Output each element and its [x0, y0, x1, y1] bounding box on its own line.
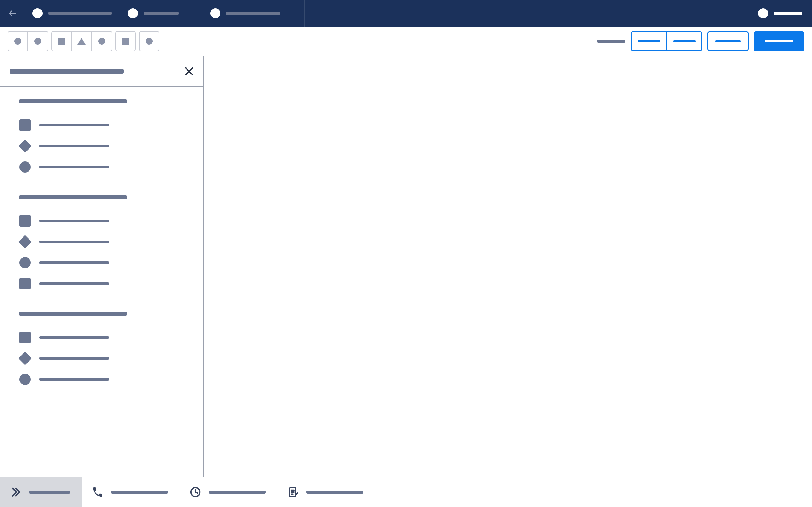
bottombar-tab-history[interactable]: History	[180, 477, 277, 507]
diamond-icon	[19, 352, 31, 364]
bottombar-tab-label	[111, 491, 168, 494]
circle-icon	[19, 257, 31, 269]
bottombar: ExpandCallHistoryNotes	[0, 476, 812, 507]
square-icon	[19, 215, 31, 227]
segmented-control: Opt A Opt B	[630, 32, 702, 51]
chevrons-right-icon	[9, 486, 22, 498]
button-label	[765, 40, 793, 43]
tool-group-b	[51, 31, 112, 51]
tool-circle-2[interactable]	[28, 31, 48, 51]
notes-icon	[287, 486, 299, 498]
tool-group-d	[139, 31, 159, 51]
tool-circle-3[interactable]	[92, 31, 112, 51]
topbar-user[interactable]: User	[751, 0, 812, 26]
square-icon	[19, 119, 31, 131]
sidebar-item[interactable]: Item 1	[19, 327, 190, 348]
sidebar-title	[9, 69, 124, 73]
tool-square-2[interactable]	[115, 31, 136, 51]
sidebar-item[interactable]: Item 1	[19, 115, 190, 135]
arrow-left-icon	[8, 9, 17, 18]
toolbar: Link Opt A Opt B Action Primary	[0, 26, 812, 56]
tool-triangle-1[interactable]	[72, 31, 92, 51]
sidebar-item-label	[39, 336, 109, 339]
sidebar-item[interactable]: Item 2	[19, 231, 190, 252]
segment-right[interactable]: Opt B	[666, 32, 701, 50]
circle-icon	[146, 38, 153, 45]
topbar-tabs: Tab 1 Tab 2 Tab 3	[26, 0, 751, 26]
square-icon	[19, 278, 31, 290]
diamond-icon	[19, 236, 31, 248]
tab-indicator-icon	[32, 8, 43, 18]
button-label	[715, 40, 741, 43]
bottombar-tab-notes[interactable]: Notes	[277, 477, 375, 507]
sidebar-item[interactable]: Item 4	[19, 273, 190, 294]
tab-label	[48, 12, 112, 15]
sidebar-item-label	[39, 262, 109, 264]
sidebar-item[interactable]: Item 3	[19, 252, 190, 273]
bottombar-tab-label	[29, 491, 70, 494]
topbar: Back Tab 1 Tab 2 Tab 3 User	[0, 0, 812, 26]
sidebar-item-label	[39, 145, 109, 147]
sidebar-item-label	[39, 166, 109, 168]
square-icon	[58, 38, 65, 45]
square-icon	[19, 331, 31, 343]
sidebar-section: Section 2Item 1Item 2Item 3Item 4	[19, 195, 190, 294]
close-button[interactable]	[183, 66, 195, 77]
avatar	[758, 8, 768, 18]
sidebar-item-label	[39, 124, 109, 126]
primary-button[interactable]: Primary	[754, 32, 804, 51]
tool-group-c	[115, 31, 136, 51]
sidebar-item[interactable]: Item 3	[19, 369, 190, 390]
tool-group-a	[8, 31, 48, 51]
bottombar-tab-label	[306, 491, 363, 494]
outline-button[interactable]: Action	[707, 32, 749, 51]
circle-icon	[14, 38, 21, 45]
segment-label	[673, 40, 696, 43]
topbar-tab-1[interactable]: Tab 1	[26, 0, 121, 26]
segment-left[interactable]: Opt A	[631, 32, 666, 50]
circle-icon	[34, 38, 41, 45]
circle-icon	[19, 373, 31, 385]
back-button[interactable]: Back	[0, 0, 26, 26]
segment-label	[638, 40, 660, 43]
topbar-tab-3[interactable]: Tab 3	[203, 0, 305, 26]
section-heading	[19, 100, 127, 103]
triangle-icon	[78, 38, 86, 45]
section-heading	[19, 195, 127, 199]
sidebar-item-label	[39, 282, 109, 285]
sidebar-item-label	[39, 240, 109, 243]
bottombar-tab-call[interactable]: Call	[82, 477, 180, 507]
tab-label	[144, 12, 179, 15]
tool-circle-4[interactable]	[139, 31, 159, 51]
tab-label	[226, 12, 280, 15]
sidebar-item[interactable]: Item 3	[19, 157, 190, 177]
clock-icon	[189, 486, 202, 498]
workspace: Panel title Close Section 1Item 1Item 2I…	[0, 56, 812, 476]
tab-indicator-icon	[210, 8, 220, 18]
diamond-icon	[19, 140, 31, 152]
bottombar-tab-label	[209, 491, 266, 494]
sidebar-item[interactable]: Item 2	[19, 348, 190, 369]
circle-icon	[98, 38, 105, 45]
circle-icon	[19, 161, 31, 173]
sidebar-item-label	[39, 357, 109, 360]
toolbar-right: Link Opt A Opt B Action Primary	[597, 32, 804, 51]
sidebar-item[interactable]: Item 1	[19, 210, 190, 231]
section-heading	[19, 312, 127, 316]
tool-circle-1[interactable]	[8, 31, 28, 51]
user-label	[774, 12, 803, 15]
sidebar-header: Panel title Close	[0, 56, 203, 87]
phone-icon	[91, 486, 104, 498]
sidebar-section: Section 1Item 1Item 2Item 3	[19, 100, 190, 177]
topbar-tab-2[interactable]: Tab 2	[121, 0, 203, 26]
tool-square-1[interactable]	[51, 31, 72, 51]
sidebar-item-label	[39, 220, 109, 222]
sidebar-body: Section 1Item 1Item 2Item 3Section 2Item…	[0, 87, 203, 476]
toolbar-link[interactable]	[597, 40, 625, 43]
sidebar-item-label	[39, 378, 109, 381]
square-icon	[122, 38, 129, 45]
canvas[interactable]	[204, 56, 812, 476]
bottombar-tab-expand[interactable]: Expand	[0, 477, 82, 507]
sidebar: Panel title Close Section 1Item 1Item 2I…	[0, 56, 204, 476]
sidebar-item[interactable]: Item 2	[19, 135, 190, 157]
